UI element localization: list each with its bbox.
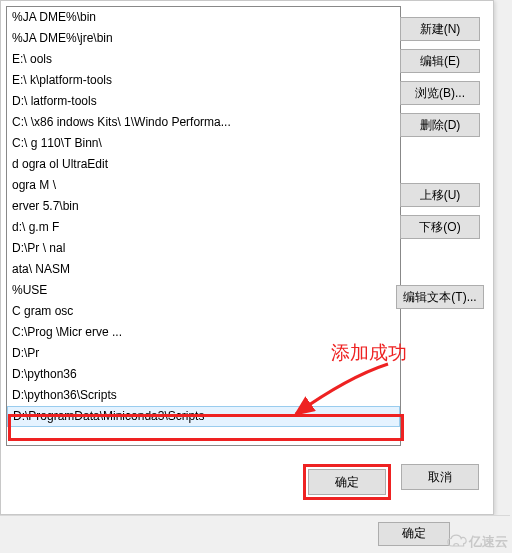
path-list-item[interactable]: E:\ k\platform-tools (7, 70, 400, 91)
ok-button[interactable]: 确定 (308, 469, 386, 495)
edit-button[interactable]: 编辑(E) (400, 49, 480, 73)
path-list-item[interactable]: D:\ProgramData\Miniconda3\Scripts (7, 406, 400, 427)
annotation-ok-highlight: 确定 (303, 464, 391, 500)
path-list-item[interactable]: D:\Pr (7, 343, 400, 364)
move-up-button[interactable]: 上移(U) (400, 183, 480, 207)
watermark-text: 亿速云 (469, 533, 508, 551)
env-var-edit-dialog: %JA DME%\bin%JA DME%\jre\binE:\ oolsE:\ … (0, 0, 494, 515)
path-listbox[interactable]: %JA DME%\bin%JA DME%\jre\binE:\ oolsE:\ … (6, 6, 401, 446)
delete-button[interactable]: 删除(D) (400, 113, 480, 137)
path-list-item[interactable]: D:\Pr \ nal (7, 238, 400, 259)
path-list-item[interactable]: C:\ g 110\T Binn\ (7, 133, 400, 154)
path-list-item[interactable]: D:\ latform-tools (7, 91, 400, 112)
path-list-item[interactable]: d:\ g.m F (7, 217, 400, 238)
path-list-item[interactable]: D:\python36 (7, 364, 400, 385)
parent-ok-button[interactable]: 确定 (378, 522, 450, 546)
path-list-item[interactable]: ata\ NASM (7, 259, 400, 280)
path-list-item[interactable]: C:\ \x86 indows Kits\ 1\Windo Performa..… (7, 112, 400, 133)
path-list-item[interactable]: C:\Prog \Micr erve ... (7, 322, 400, 343)
path-list-item[interactable]: %JA DME%\bin (7, 7, 400, 28)
path-list-item[interactable]: C gram osc (7, 301, 400, 322)
path-list-item[interactable]: %USE (7, 280, 400, 301)
cloud-icon (447, 534, 467, 551)
parent-dialog-footer: 确定 (0, 515, 510, 551)
path-list-item[interactable]: erver 5.7\bin (7, 196, 400, 217)
button-column: 新建(N) 编辑(E) 浏览(B)... 删除(D) 上移(U) 下移(O) 编… (400, 17, 480, 309)
cancel-button[interactable]: 取消 (401, 464, 479, 490)
new-button[interactable]: 新建(N) (400, 17, 480, 41)
path-list-item[interactable]: ogra M \ (7, 175, 400, 196)
path-list-item[interactable]: d ogra ol UltraEdit (7, 154, 400, 175)
edit-text-button[interactable]: 编辑文本(T)... (396, 285, 484, 309)
content-area: %JA DME%\bin%JA DME%\jre\binE:\ oolsE:\ … (6, 6, 401, 451)
move-down-button[interactable]: 下移(O) (400, 215, 480, 239)
path-list-item[interactable]: D:\python36\Scripts (7, 385, 400, 406)
watermark: 亿速云 (447, 533, 508, 551)
path-list-item[interactable]: %JA DME%\jre\bin (7, 28, 400, 49)
path-list-item[interactable]: E:\ ools (7, 49, 400, 70)
browse-button[interactable]: 浏览(B)... (400, 81, 480, 105)
dialog-footer: 确定 取消 (303, 464, 479, 500)
